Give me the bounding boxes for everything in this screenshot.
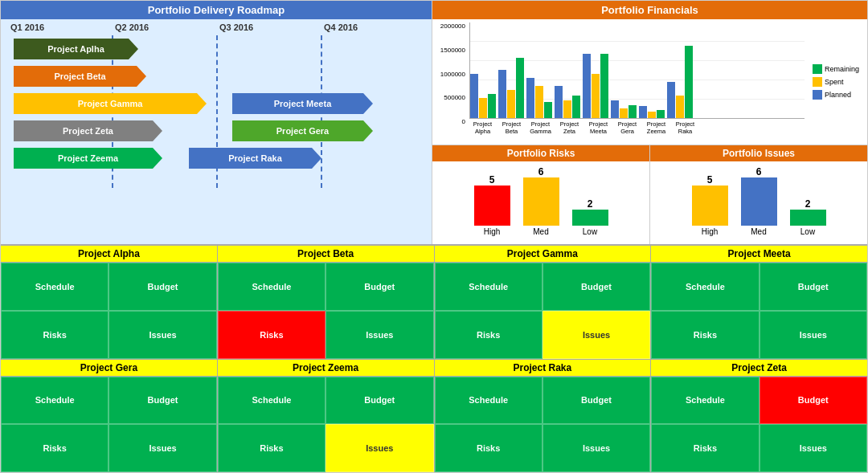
bar-meeta-remaining — [600, 54, 608, 118]
bar-group-beta — [498, 58, 524, 118]
project-block-beta: Project Beta Schedule Budget Risks Issue… — [218, 246, 435, 359]
bar-alpha-planned — [470, 74, 478, 118]
issue-high-bar — [692, 186, 728, 226]
issue-med-label: Med — [751, 227, 766, 236]
zeema-budget: Budget — [326, 377, 433, 425]
project-gera-bar: Project Gera — [232, 120, 373, 141]
risk-high-count: 5 — [489, 174, 495, 186]
x-label-raka: Project Raka — [672, 120, 698, 135]
zeema-risks: Risks — [218, 424, 326, 472]
bar-zeta-spent — [563, 100, 571, 118]
issue-med-count: 6 — [756, 166, 762, 177]
legend-planned-label: Planned — [825, 91, 851, 99]
roadmap-section: Portfolio Delivery Roadmap Q1 2016 Q2 20… — [1, 1, 432, 244]
x-label-alpha: Project Alpha — [469, 120, 496, 135]
raka-schedule: Schedule — [435, 377, 542, 425]
risk-low-bar — [572, 210, 608, 226]
gera-budget: Budget — [108, 377, 216, 425]
bar-gera-planned — [611, 100, 619, 118]
bar-group-gera — [611, 100, 637, 118]
x-label-zeema: Project Zeema — [643, 120, 669, 135]
bar-zeta-planned — [555, 86, 563, 118]
meeta-schedule: Schedule — [651, 263, 759, 311]
issue-high-label: High — [702, 227, 719, 236]
bar-gamma-spent — [535, 86, 543, 118]
roadmap-header: Portfolio Delivery Roadmap — [1, 1, 432, 19]
project-beta-header: Project Beta — [218, 246, 434, 263]
bar-meeta-planned — [583, 54, 591, 118]
y-label-0: 0 — [462, 118, 465, 125]
y-label-1500000: 1500000 — [440, 47, 465, 54]
legend-remaining-label: Remaining — [825, 65, 859, 73]
project-gera-header: Project Gera — [1, 360, 217, 377]
status-row-2: Project Gera Schedule Budget Risks Issue… — [1, 360, 867, 473]
project-alpha-header: Project Alpha — [1, 246, 217, 263]
top-section: Portfolio Delivery Roadmap Q1 2016 Q2 20… — [1, 1, 867, 244]
project-raka-header: Project Raka — [435, 360, 651, 377]
x-label-zeta: Project Zeta — [556, 120, 583, 135]
risks-body: 5 High 6 Med 2 — [432, 161, 649, 244]
alpha-issues: Issues — [108, 311, 216, 359]
financials-body: 2000000 1500000 1000000 500000 0 — [432, 19, 867, 145]
bar-alpha-remaining — [488, 94, 496, 118]
issue-low-count: 2 — [805, 198, 811, 210]
project-block-raka: Project Raka Schedule Budget Risks Issue… — [435, 360, 652, 473]
y-label-500000: 500000 — [444, 94, 465, 101]
risk-low-count: 2 — [588, 198, 593, 210]
x-label-gera: Project Gera — [614, 120, 641, 135]
beta-issues: Issues — [326, 311, 433, 359]
gera-issues: Issues — [108, 424, 216, 472]
project-block-zeta: Project Zeta Schedule Budget Risks Issue… — [651, 360, 867, 473]
legend-remaining: Remaining — [813, 64, 859, 74]
financials-header: Portfolio Financials — [432, 1, 867, 19]
project-block-meeta: Project Meeta Schedule Budget Risks Issu… — [651, 246, 867, 359]
bar-zeema-spent — [648, 112, 656, 118]
chart-legend: Remaining Spent Planned — [809, 22, 862, 141]
risk-high-bar — [474, 186, 510, 226]
risks-header: Portfolio Risks — [432, 145, 649, 161]
project-zeta-bar: Project Zeta — [14, 120, 162, 141]
roadmap-body: Q1 2016 Q2 2016 Q3 2016 Q4 2016 Project … — [1, 19, 432, 244]
risk-med-label: Med — [533, 227, 548, 236]
alpha-schedule: Schedule — [1, 263, 108, 311]
project-beta-bar: Project Beta — [14, 66, 146, 87]
bar-raka-spent — [676, 96, 684, 118]
project-gera-cells: Schedule Budget Risks Issues — [1, 377, 217, 473]
q3-label: Q3 2016 — [219, 22, 324, 32]
issues-body: 5 High 6 Med 2 — [650, 161, 867, 244]
bar-alpha-spent — [479, 98, 487, 118]
risks-issues-row: Portfolio Risks 5 High 6 Med — [432, 145, 867, 244]
raka-budget: Budget — [542, 377, 650, 425]
q2-label: Q2 2016 — [115, 22, 219, 32]
bar-beta-remaining — [516, 58, 524, 118]
beta-budget: Budget — [326, 263, 433, 311]
legend-spent: Spent — [813, 77, 859, 87]
beta-schedule: Schedule — [218, 263, 326, 311]
project-zeta-header: Project Zeta — [651, 360, 867, 377]
project-aplha-bar: Project Aplha — [14, 39, 138, 59]
right-section: Portfolio Financials 2000000 1500000 100… — [432, 1, 867, 244]
raka-issues: Issues — [542, 424, 650, 472]
project-gamma-cells: Schedule Budget Risks Issues — [435, 263, 651, 359]
bar-gera-spent — [620, 108, 628, 118]
gera-schedule: Schedule — [1, 377, 108, 425]
risk-low: 2 Low — [572, 198, 608, 236]
bar-beta-spent — [507, 90, 515, 118]
risk-med: 6 Med — [523, 166, 559, 236]
risk-low-label: Low — [583, 227, 597, 236]
bar-beta-planned — [498, 70, 506, 118]
issue-med-bar — [741, 177, 777, 226]
issue-low-bar — [790, 210, 826, 226]
zeta-schedule: Schedule — [651, 377, 759, 425]
x-label-beta: Project Beta — [498, 120, 525, 135]
issues-header: Portfolio Issues — [650, 145, 867, 161]
y-axis: 2000000 1500000 1000000 500000 0 — [437, 22, 468, 125]
x-axis-labels: Project Alpha Project Beta Project Gamma… — [469, 120, 805, 135]
project-gamma-header: Project Gamma — [435, 246, 651, 263]
q1-label: Q1 2016 — [10, 22, 115, 32]
gera-risks: Risks — [1, 424, 108, 472]
gamma-budget: Budget — [542, 263, 650, 311]
project-block-zeema: Project Zeema Schedule Budget Risks Issu… — [218, 360, 435, 473]
y-label-2000000: 2000000 — [440, 22, 465, 30]
quarter-labels: Q1 2016 Q2 2016 Q3 2016 Q4 2016 — [7, 22, 425, 32]
